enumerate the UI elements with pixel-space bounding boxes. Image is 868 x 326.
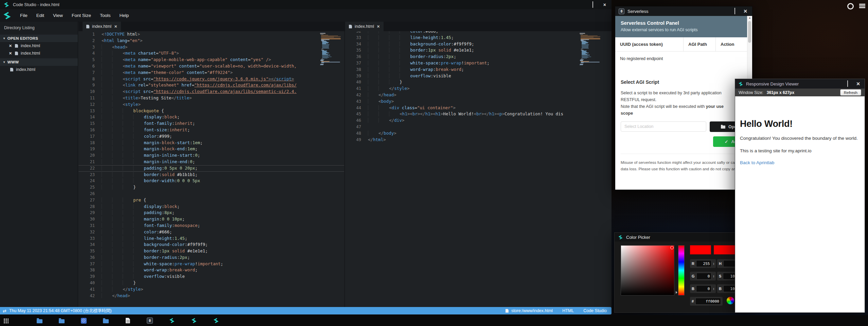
code-line[interactable]: 12 <style> [78,101,344,108]
code-line[interactable]: 16 font-size:inherit; [78,127,344,133]
menu-edit[interactable]: Edit [32,13,49,18]
open-editors-section[interactable]: ▾ OPEN EDITORS [0,35,78,42]
taskbar-folder-icon[interactable] [58,318,65,324]
script-location-input[interactable] [621,121,706,132]
code-line[interactable]: 41 </style> [78,286,344,293]
hue-slider[interactable] [678,245,685,295]
system-ring-icon[interactable] [847,3,854,9]
code-line[interactable]: 38 word-wrap:break-word; [78,267,344,273]
close-button[interactable]: ✕ [856,81,860,86]
code-line[interactable]: 24 border-width:0 0 0 5px [78,178,344,184]
code-line[interactable]: 39 overflow:visible [78,273,344,280]
stepper-icon[interactable]: ▴▾ [713,275,714,278]
code-line[interactable]: 37 white-space:pre-wrap!important; [345,60,612,66]
code-line[interactable]: 11 <title>Testing Site</title> [78,95,344,101]
code-line[interactable]: 42 </head> [345,92,612,98]
code-line[interactable]: 13 blockquote { [78,108,344,114]
code-line[interactable]: 2<html lang="en"> [78,38,344,44]
close-button[interactable]: ✕ [743,9,747,14]
taskbar-code-studio-icon[interactable] [169,318,175,324]
code-line[interactable]: 30 margin:0 0 10px; [78,216,344,223]
code-line[interactable]: 5 <meta name="apple-mobile-web-app-capab… [78,57,344,63]
www-section[interactable]: ▾ WWW [0,58,78,66]
code-line[interactable]: 35 border:1px solid #e1e1e1; [345,47,612,54]
code-line[interactable]: 17 color:#999; [78,133,344,140]
code-line[interactable]: 35 border:1px solid #e1e1e1; [78,248,344,254]
menu-font-size[interactable]: Font Size [67,13,95,18]
code-line[interactable]: 26 [78,191,344,197]
color-wheel-icon[interactable] [727,297,734,304]
code-line[interactable]: 27 pre { [78,197,344,204]
taskbar-serverless-icon[interactable]: 0 [147,318,153,324]
code-editor-left[interactable]: 1<!DOCTYPE html>2<html lang="en">3 <head… [78,31,344,307]
minimap[interactable] [320,33,340,65]
hex-field[interactable]: # ff0000 [690,297,723,306]
code-line[interactable]: 47 [345,124,612,130]
maximize-button[interactable] [847,81,848,87]
code-editor-right[interactable]: 32 color:#666;33 line-height:1.45;34 bac… [344,31,612,307]
code-line[interactable]: 37 white-space:pre-wrap!important; [78,261,344,267]
code-line[interactable]: 22 padding:0 5px 0 20px; [78,165,344,172]
code-line[interactable]: 23 border:solid #b1b1b1; [78,172,344,178]
status-language[interactable]: HTML [562,308,574,313]
code-line[interactable]: 28 display:block; [78,204,344,210]
code-line[interactable]: 34 background-color:#f9f9f9; [78,242,344,248]
taskbar-disc-icon[interactable] [81,318,87,324]
code-line[interactable]: 18 margin-block-start:1em; [78,140,344,146]
tab-index-html[interactable]: index.html ✕ [345,22,384,31]
refresh-button[interactable]: Refresh [840,89,861,96]
code-line[interactable]: 41 </style> [345,85,612,92]
taskbar-code-studio-icon[interactable] [191,318,197,324]
code-line[interactable]: 48 </body> [345,130,612,137]
code-line[interactable]: 33 line-height:1.45; [345,35,612,41]
stepper-icon[interactable]: ▴▾ [713,287,714,290]
code-line[interactable]: 31 font-family:monospace; [78,223,344,229]
code-line[interactable]: 15 font-family:inherit; [78,120,344,127]
taskbar-folder-icon[interactable] [103,318,109,324]
back-to-aprintlab-link[interactable]: Back to Aprintlab [740,160,860,165]
menu-tools[interactable]: Tools [95,13,115,18]
code-line[interactable]: 9 <link rel="stylesheet" href="https://c… [78,82,344,89]
minimap[interactable] [580,33,600,65]
code-line[interactable]: 20 margin-inline-start:0; [78,152,344,159]
code-line[interactable]: 34 background-color:#f9f9f9; [345,41,612,47]
code-line[interactable]: 36 border-radius:2px; [345,54,612,60]
code-line[interactable]: 33 line-height:1.45; [78,235,344,242]
scrollbar-thumb[interactable] [748,21,751,43]
close-tab-icon[interactable]: ✕ [114,24,117,29]
desktop-menu-icon[interactable] [859,4,865,9]
code-line[interactable]: 40 } [78,280,344,286]
hue-slider-marker[interactable] [676,291,677,294]
stepper-icon[interactable]: ▴▾ [713,262,714,265]
menu-view[interactable]: View [49,13,67,18]
blue-field[interactable]: B 0 ▴▾ [690,284,716,293]
code-line[interactable]: 40 } [345,79,612,85]
taskbar-document-icon[interactable] [125,318,131,324]
code-line[interactable]: 19 margin-block-end:1em; [78,146,344,152]
code-line[interactable]: 1<!DOCTYPE html> [78,31,344,38]
close-button[interactable]: × [603,2,606,7]
maximize-button[interactable] [734,8,735,14]
code-line[interactable]: 4 <meta charset="UTF-8"> [78,50,344,57]
menu-file[interactable]: File [16,13,32,18]
code-line[interactable]: 36 border-radius:2px; [78,254,344,261]
app-launcher-icon[interactable] [3,318,8,323]
saturation-value-field[interactable] [621,245,674,295]
code-line[interactable]: 21 margin-inline-end:0; [78,159,344,165]
code-line[interactable]: 44 <div class="ui container"> [345,105,612,111]
code-line[interactable]: 32 color:#666; [345,31,612,35]
code-line[interactable]: 25 } [78,184,344,191]
maximize-button[interactable] [592,2,593,8]
code-line[interactable]: 8 <script src="https://code.jquery.com/j… [78,76,344,82]
code-line[interactable]: 38 word-wrap:break-word; [345,66,612,73]
open-editor-item[interactable]: ✕ index.html [0,42,78,50]
code-line[interactable]: 7 <meta name="theme-color" content="#ff9… [78,70,344,76]
color-selector-ring[interactable] [670,246,674,249]
code-line[interactable]: 42 </head> [78,293,344,299]
taskbar-folder-icon[interactable] [36,318,42,324]
close-file-icon[interactable]: ✕ [9,51,12,56]
status-file-path[interactable]: store:/www/index.html [506,308,553,313]
code-line[interactable]: 39 overflow:visible [345,73,612,79]
code-line[interactable]: 46 </div> [345,117,612,124]
code-line[interactable]: 32 color:#666; [78,229,344,235]
